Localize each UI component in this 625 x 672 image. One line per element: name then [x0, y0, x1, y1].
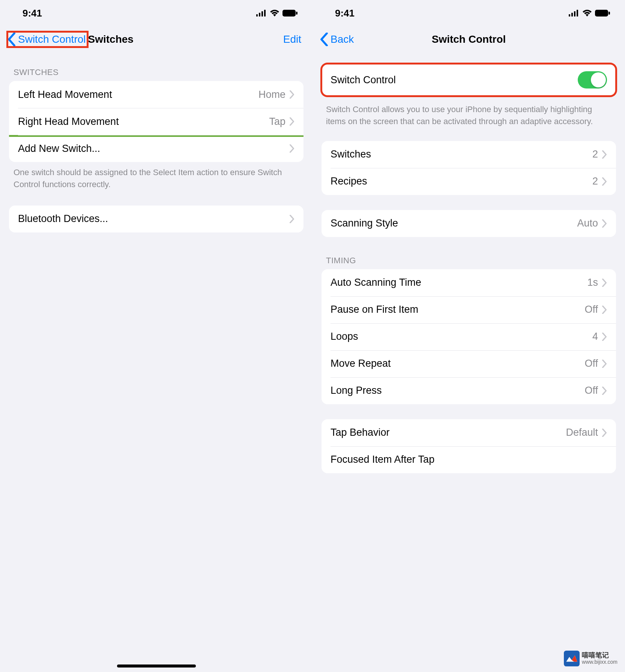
switches-footer-text: One switch should be assigned to the Sel…	[0, 166, 312, 190]
svg-rect-6	[569, 14, 570, 16]
switch-row-left-head[interactable]: Left Head Movement Home	[9, 81, 303, 108]
toggle-footer-text: Switch Control allows you to use your iP…	[312, 104, 625, 128]
wifi-icon	[582, 10, 592, 16]
back-label: Switch Control	[18, 33, 86, 45]
home-indicator[interactable]	[117, 664, 196, 668]
page-title: Switches	[88, 33, 134, 45]
watermark: 嘻嘻笔记 www.bijixx.com	[564, 651, 617, 666]
status-icons	[256, 10, 297, 16]
phone-right-switch-control: 9:41 Back Switch Control Switch Control …	[312, 0, 625, 672]
content-right: Switch Control Switch Control allows you…	[312, 52, 625, 672]
row-value: Home	[258, 89, 285, 100]
switches-row[interactable]: Switches 2	[322, 141, 616, 168]
cellular-icon	[569, 10, 579, 16]
svg-rect-11	[608, 12, 610, 15]
chevron-right-icon	[289, 144, 294, 153]
svg-rect-9	[577, 10, 578, 16]
content-left: SWITCHES Left Head Movement Home Right H…	[0, 52, 312, 672]
svg-rect-1	[259, 13, 260, 16]
chevron-right-icon	[602, 360, 607, 368]
status-time: 9:41	[23, 8, 42, 19]
row-label: Switch Control	[331, 74, 578, 86]
status-bar: 9:41	[0, 0, 312, 26]
chevron-right-icon	[602, 279, 607, 287]
auto-scanning-time-row[interactable]: Auto Scanning Time 1s	[322, 269, 616, 296]
chevron-left-icon	[8, 33, 16, 46]
row-value: Off	[584, 358, 598, 369]
row-value: 2	[592, 148, 598, 160]
back-button[interactable]: Back	[320, 33, 354, 46]
page-title: Switch Control	[432, 33, 506, 45]
svg-rect-3	[264, 10, 266, 16]
nav-back-highlighted: Switch Control	[8, 32, 87, 47]
move-repeat-row[interactable]: Move Repeat Off	[322, 350, 616, 377]
svg-rect-2	[261, 11, 263, 16]
cellular-icon	[256, 10, 267, 16]
row-value: 4	[592, 331, 598, 342]
row-label: Auto Scanning Time	[331, 277, 587, 288]
status-bar: 9:41	[312, 0, 625, 26]
chevron-right-icon	[289, 215, 294, 223]
chevron-right-icon	[602, 306, 607, 314]
switch-row-right-head[interactable]: Right Head Movement Tap	[9, 108, 303, 135]
row-label: Right Head Movement	[18, 116, 269, 128]
row-value: 1s	[587, 277, 598, 288]
battery-icon	[282, 10, 297, 16]
watermark-text: 嘻嘻笔记 www.bijixx.com	[582, 652, 617, 665]
chevron-right-icon	[602, 387, 607, 395]
chevron-left-icon	[320, 33, 328, 46]
chevron-right-icon	[289, 90, 294, 99]
row-label: Move Repeat	[331, 358, 584, 369]
row-label: Add New Switch...	[18, 143, 289, 154]
section-header-timing: TIMING	[312, 252, 625, 269]
row-label: Tap Behavior	[331, 427, 566, 438]
status-time: 9:41	[335, 8, 355, 19]
edit-button[interactable]: Edit	[283, 33, 305, 45]
switches-group: Left Head Movement Home Right Head Movem…	[9, 81, 303, 162]
pause-first-item-row[interactable]: Pause on First Item Off	[322, 296, 616, 323]
status-icons	[569, 10, 610, 16]
bluetooth-group: Bluetooth Devices...	[9, 206, 303, 232]
row-value: Off	[584, 385, 598, 396]
watermark-url: www.bijixx.com	[582, 659, 617, 665]
focused-item-after-tap-row[interactable]: Focused Item After Tap	[322, 446, 616, 473]
row-value: Tap	[269, 116, 285, 128]
chevron-right-icon	[289, 117, 294, 126]
switches-recipes-group: Switches 2 Recipes 2	[322, 141, 616, 195]
back-button[interactable]: Switch Control	[8, 33, 86, 46]
scanning-style-row[interactable]: Scanning Style Auto	[322, 210, 616, 237]
row-label: Left Head Movement	[18, 89, 258, 100]
switch-control-toggle[interactable]	[578, 71, 607, 88]
row-label: Loops	[331, 331, 592, 342]
tap-behavior-row[interactable]: Tap Behavior Default	[322, 419, 616, 446]
svg-rect-7	[571, 13, 573, 16]
loops-row[interactable]: Loops 4	[322, 323, 616, 350]
timing-group: Auto Scanning Time 1s Pause on First Ite…	[322, 269, 616, 404]
row-label: Pause on First Item	[331, 304, 584, 315]
chevron-right-icon	[602, 219, 607, 228]
svg-rect-0	[256, 14, 258, 16]
chevron-right-icon	[602, 429, 607, 437]
row-label: Recipes	[331, 176, 592, 187]
battery-icon	[595, 10, 610, 16]
row-label: Scanning Style	[331, 218, 577, 229]
svg-rect-12	[564, 651, 580, 666]
row-label: Long Press	[331, 385, 584, 396]
scanning-style-group: Scanning Style Auto	[322, 210, 616, 237]
switch-control-toggle-row: Switch Control	[322, 64, 616, 96]
switch-control-toggle-group: Switch Control	[322, 64, 616, 96]
long-press-row[interactable]: Long Press Off	[322, 377, 616, 404]
row-label: Switches	[331, 148, 592, 160]
tap-behavior-group: Tap Behavior Default Focused Item After …	[322, 419, 616, 473]
svg-rect-8	[574, 11, 575, 16]
recipes-row[interactable]: Recipes 2	[322, 168, 616, 195]
row-label: Bluetooth Devices...	[18, 213, 289, 225]
chevron-right-icon	[602, 177, 607, 186]
section-header-switches: SWITCHES	[0, 64, 312, 81]
nav-bar: Switch Control Switches Edit	[0, 26, 312, 52]
add-new-switch-row[interactable]: Add New Switch...	[9, 135, 303, 162]
wifi-icon	[270, 10, 279, 16]
row-value: 2	[592, 176, 598, 187]
nav-bar: Back Switch Control	[312, 26, 625, 52]
bluetooth-devices-row[interactable]: Bluetooth Devices...	[9, 206, 303, 232]
